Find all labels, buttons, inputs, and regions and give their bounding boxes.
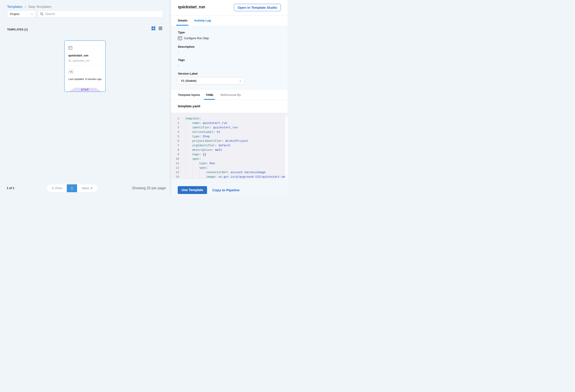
svg-text:STEP: STEP [81, 89, 89, 91]
